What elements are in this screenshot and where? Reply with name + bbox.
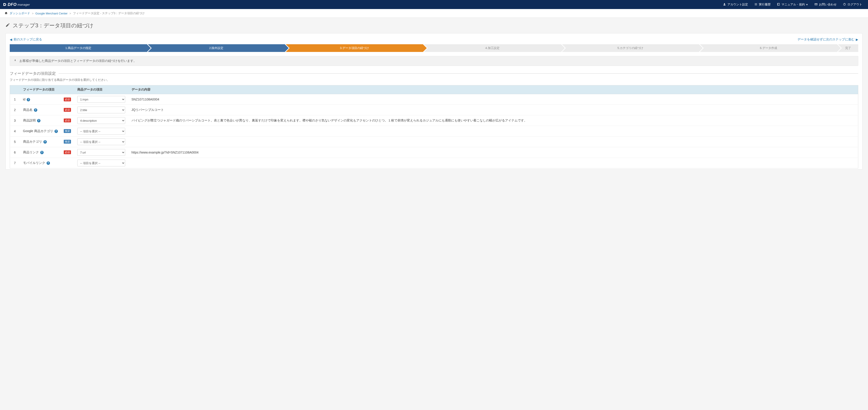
wizard-step-4[interactable]: 4.加工設定 xyxy=(424,44,561,52)
row-feed: 商品説明?必須 xyxy=(20,115,74,126)
section-divider xyxy=(59,73,858,74)
help-icon[interactable]: ? xyxy=(46,162,50,165)
row-data xyxy=(128,126,858,137)
required-badge: 必須 xyxy=(64,98,71,101)
info-text: お客様が準備した商品データの項目とフィードデータの項目の紐づけを行います。 xyxy=(20,59,136,63)
nav-contact[interactable]: お問い合わせ xyxy=(811,0,840,9)
nav-history[interactable]: 実行履歴 xyxy=(751,0,774,9)
pin-icon xyxy=(13,59,17,63)
triangle-left-icon: ◀ xyxy=(10,38,12,41)
row-feed: モバイルリンク? xyxy=(20,158,74,168)
wizard-step-1[interactable]: 1.商品データの指定 xyxy=(10,44,147,52)
page-title: ステップ3：データ項目の紐づけ xyxy=(5,22,863,29)
nav-manual[interactable]: マニュアル・規約 ▼ xyxy=(774,0,811,9)
required-badge: 必須 xyxy=(64,118,71,123)
help-icon[interactable]: ? xyxy=(37,119,40,123)
brand-logo[interactable]: DFO manager xyxy=(3,2,30,7)
th-num xyxy=(10,86,20,94)
row-data: JQリバーシブルコート xyxy=(128,105,858,115)
table-row: 6商品リンク?必須7:urlhttps://www.example.jp/?id… xyxy=(10,147,858,158)
user-icon xyxy=(723,3,726,6)
wizard-step-5-label: 5.カテゴリの紐づけ xyxy=(618,46,644,50)
table-row: 4Google 商品カテゴリ?推奨-- 項目を選択 -- xyxy=(10,126,858,137)
help-icon[interactable]: ? xyxy=(40,151,43,154)
home-icon xyxy=(4,11,8,15)
wizard-step-3-label: 3.データ項目の紐づけ xyxy=(340,46,369,50)
feed-label: Google 商品カテゴリ xyxy=(23,129,53,133)
th-prod: 商品データの項目 xyxy=(74,86,128,94)
svg-point-0 xyxy=(724,3,725,4)
page-title-text: ステップ3：データ項目の紐づけ xyxy=(13,22,94,29)
row-feed: 商品カテゴリ?推奨 xyxy=(20,137,74,147)
caret-down-icon: ▼ xyxy=(806,3,808,6)
panel-top: ◀ 前のステップに戻る データを確認せずに次のステップに進む ▶ xyxy=(10,37,858,41)
help-icon[interactable]: ? xyxy=(43,140,47,144)
book-icon xyxy=(777,3,780,6)
feed-label: 商品説明 xyxy=(23,118,36,122)
table-row: 2商品名?必須2:titleJQリバーシブルコート xyxy=(10,105,858,115)
top-nav: DFO manager アカウント設定 実行履歴 マニュアル・規約 ▼ xyxy=(0,0,868,9)
breadcrumb-sep: > xyxy=(32,12,34,15)
power-icon xyxy=(843,3,846,6)
th-feed: フィードデータの項目 xyxy=(20,86,74,94)
product-field-select[interactable]: 1:mpn xyxy=(77,96,125,103)
feed-label: 商品名 xyxy=(23,108,33,111)
svg-rect-3 xyxy=(755,5,757,5)
help-icon[interactable]: ? xyxy=(27,98,30,101)
nav-account[interactable]: アカウント設定 xyxy=(720,0,751,9)
wizard-step-2[interactable]: 2.除外設定 xyxy=(148,44,285,52)
wizard-step-5[interactable]: 5.カテゴリの紐づけ xyxy=(562,44,699,52)
nav-account-label: アカウント設定 xyxy=(727,2,748,6)
product-field-select[interactable]: 7:url xyxy=(77,149,125,156)
table-row: 1id?必須1:mpnSNZ1071108A0004 xyxy=(10,94,858,105)
wizard-step-4-label: 4.加工設定 xyxy=(485,46,500,50)
row-num: 1 xyxy=(10,94,20,105)
product-field-select[interactable]: -- 項目を選択 -- xyxy=(77,128,125,135)
wizard-step-6[interactable]: 6.データ作成 xyxy=(700,44,837,52)
product-field-select[interactable]: 4:description xyxy=(77,117,125,124)
wizard-step-2-label: 2.除外設定 xyxy=(209,46,223,50)
wizard-step-finish: 完了 xyxy=(838,44,858,52)
brand-main: DFO xyxy=(8,2,17,7)
info-bar: お客様が準備した商品データの項目とフィードデータの項目の紐づけを行います。 xyxy=(10,56,858,66)
table-row: 7モバイルリンク?-- 項目を選択 -- xyxy=(10,158,858,168)
row-prod: -- 項目を選択 -- xyxy=(74,158,128,168)
help-icon[interactable]: ? xyxy=(55,130,58,133)
row-feed: 商品リンク?必須 xyxy=(20,147,74,158)
row-data xyxy=(128,158,858,168)
breadcrumb-sep: > xyxy=(69,12,71,15)
help-icon[interactable]: ? xyxy=(34,108,37,112)
nav-logout[interactable]: ログアウト xyxy=(840,0,865,9)
row-prod: 2:title xyxy=(74,105,128,115)
breadcrumb-mid[interactable]: Google Merchant Center xyxy=(35,12,68,15)
brand-sub: manager xyxy=(18,3,30,6)
row-feed: 商品名?必須 xyxy=(20,105,74,115)
product-field-select[interactable]: 2:title xyxy=(77,107,125,113)
wizard-step-finish-label: 完了 xyxy=(845,46,851,50)
product-field-select[interactable]: -- 項目を選択 -- xyxy=(77,160,125,166)
row-data xyxy=(128,137,858,147)
mail-icon xyxy=(814,3,817,6)
svg-rect-2 xyxy=(755,4,757,4)
required-badge: 必須 xyxy=(64,150,71,154)
nav-history-label: 実行履歴 xyxy=(759,2,771,6)
wizard-step-3[interactable]: 3.データ項目の紐づけ xyxy=(286,44,423,52)
logo-icon xyxy=(3,2,7,6)
next-step-link[interactable]: データを確認せずに次のステップに進む ▶ xyxy=(798,37,858,41)
recommended-badge: 推奨 xyxy=(64,129,71,133)
nav-logout-label: ログアウト xyxy=(847,2,862,6)
wizard-step-6-label: 6.データ作成 xyxy=(760,46,777,50)
table-row: 3商品説明?必須4:descriptionパイピングが際立つジャガード織のリバー… xyxy=(10,115,858,126)
prev-step-link[interactable]: ◀ 前のステップに戻る xyxy=(10,37,42,41)
row-num: 4 xyxy=(10,126,20,137)
breadcrumb-home[interactable]: ダッシュボード xyxy=(9,11,30,15)
product-field-select[interactable]: -- 項目を選択 -- xyxy=(77,138,125,145)
row-num: 3 xyxy=(10,115,20,126)
prev-step-label: 前のステップに戻る xyxy=(13,37,42,41)
pencil-icon xyxy=(5,23,10,29)
section-title: フィードデータの項目設定 xyxy=(10,71,858,76)
feed-label: モバイルリンク xyxy=(23,161,45,165)
row-prod: -- 項目を選択 -- xyxy=(74,137,128,147)
wizard-steps: 1.商品データの指定 2.除外設定 3.データ項目の紐づけ 4.加工設定 5.カ… xyxy=(10,44,858,52)
row-prod: 4:description xyxy=(74,115,128,126)
